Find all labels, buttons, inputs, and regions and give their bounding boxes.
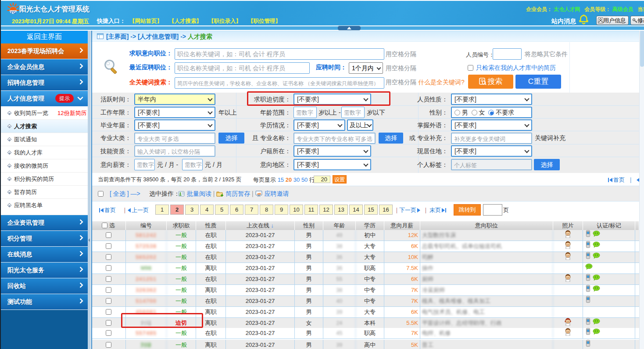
svg-text:YG: YG bbox=[10, 10, 16, 14]
